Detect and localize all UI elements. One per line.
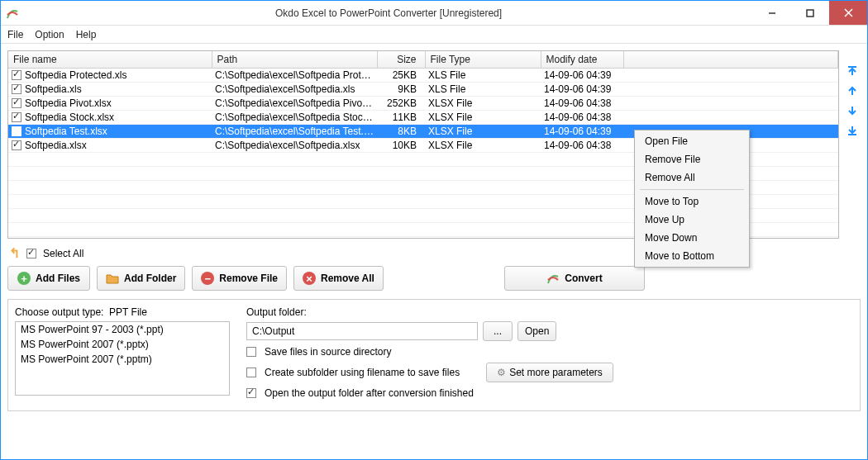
- move-up-button[interactable]: [845, 83, 860, 98]
- convert-button[interactable]: Convert: [504, 266, 645, 291]
- ctx-separator: [640, 189, 744, 190]
- save-source-label: Save files in source directory: [265, 346, 391, 358]
- folder-icon: [106, 272, 119, 285]
- x-icon: ×: [303, 272, 316, 285]
- output-folder-input[interactable]: [246, 322, 478, 340]
- menu-bar: File Option Help: [1, 26, 867, 44]
- ctx-move-bottom[interactable]: Move to Bottom: [637, 247, 747, 265]
- open-after-checkbox[interactable]: [246, 388, 256, 398]
- remove-file-button[interactable]: −Remove File: [192, 266, 287, 291]
- save-source-checkbox[interactable]: [246, 347, 256, 357]
- move-top-button[interactable]: [845, 64, 860, 78]
- output-panel: Choose output type: PPT File MS PowerPoi…: [7, 299, 861, 411]
- col-filetype[interactable]: File Type: [425, 51, 541, 68]
- menu-file[interactable]: File: [7, 29, 23, 40]
- output-type-label: Choose output type:: [15, 306, 103, 318]
- col-filename[interactable]: File name: [8, 51, 212, 68]
- select-all-label: Select All: [43, 248, 83, 259]
- table-row[interactable]: Softpedia.xlsC:\Softpedia\excel\Softpedi…: [8, 82, 838, 96]
- ctx-remove-all[interactable]: Remove All: [637, 168, 747, 187]
- window-title: Okdo Excel to PowerPoint Converter [Unre…: [24, 7, 753, 19]
- col-path[interactable]: Path: [212, 51, 377, 68]
- row-checkbox[interactable]: [12, 126, 21, 136]
- row-checkbox[interactable]: [12, 140, 21, 150]
- ctx-remove-file[interactable]: Remove File: [637, 150, 747, 168]
- ctx-move-down[interactable]: Move Down: [637, 229, 747, 247]
- row-checkbox[interactable]: [12, 84, 21, 94]
- title-bar: Okdo Excel to PowerPoint Converter [Unre…: [1, 1, 867, 26]
- svg-rect-1: [807, 10, 813, 17]
- remove-all-button[interactable]: ×Remove All: [293, 266, 384, 291]
- close-button[interactable]: [829, 1, 867, 25]
- plus-icon: +: [17, 272, 31, 285]
- col-modifydate[interactable]: Modify date: [541, 51, 623, 68]
- move-down-button[interactable]: [845, 103, 860, 118]
- ctx-move-top[interactable]: Move to Top: [637, 192, 747, 211]
- menu-help[interactable]: Help: [76, 29, 97, 40]
- maximize-button[interactable]: [791, 1, 829, 25]
- convert-icon: [546, 272, 560, 285]
- row-checkbox[interactable]: [12, 112, 21, 122]
- table-row[interactable]: Softpedia Stock.xlsxC:\Softpedia\excel\S…: [8, 110, 838, 124]
- minus-icon: −: [201, 272, 214, 285]
- move-bottom-button[interactable]: [845, 123, 860, 138]
- add-files-button[interactable]: +Add Files: [7, 266, 90, 291]
- col-size[interactable]: Size: [377, 51, 425, 68]
- row-checkbox[interactable]: [12, 70, 21, 80]
- return-icon[interactable]: ↰: [9, 245, 20, 261]
- table-row[interactable]: Softpedia Pivot.xlsxC:\Softpedia\excel\S…: [8, 96, 838, 110]
- reorder-arrows: [844, 50, 861, 239]
- browse-button[interactable]: ...: [483, 321, 513, 341]
- open-after-label: Open the output folder after conversion …: [265, 387, 474, 399]
- select-all-checkbox[interactable]: [26, 249, 36, 258]
- output-folder-label: Output folder:: [246, 306, 853, 318]
- more-params-button[interactable]: ⚙Set more parameters: [486, 363, 613, 382]
- gear-icon: ⚙: [497, 367, 506, 378]
- output-type-current: PPT File: [109, 306, 147, 318]
- create-subfolder-label: Create subfolder using filename to save …: [265, 367, 460, 378]
- ctx-move-up[interactable]: Move Up: [637, 211, 747, 229]
- output-type-option[interactable]: MS PowerPoint 2007 (*.pptm): [16, 352, 229, 367]
- create-subfolder-checkbox[interactable]: [246, 368, 256, 377]
- output-type-option[interactable]: MS PowerPoint 2007 (*.pptx): [16, 337, 229, 352]
- output-type-list[interactable]: MS PowerPoint 97 - 2003 (*.ppt)MS PowerP…: [15, 321, 230, 396]
- context-menu: Open File Remove File Remove All Move to…: [634, 130, 750, 268]
- row-checkbox[interactable]: [12, 98, 21, 108]
- open-folder-button[interactable]: Open: [517, 321, 556, 341]
- col-spacer: [623, 51, 838, 68]
- add-folder-button[interactable]: Add Folder: [97, 266, 185, 291]
- minimize-button[interactable]: [753, 1, 791, 25]
- ctx-open-file[interactable]: Open File: [637, 132, 747, 150]
- app-icon: [1, 7, 24, 20]
- table-row[interactable]: Softpedia Protected.xlsC:\Softpedia\exce…: [8, 68, 838, 82]
- menu-option[interactable]: Option: [35, 29, 64, 40]
- output-type-option[interactable]: MS PowerPoint 97 - 2003 (*.ppt): [16, 322, 229, 337]
